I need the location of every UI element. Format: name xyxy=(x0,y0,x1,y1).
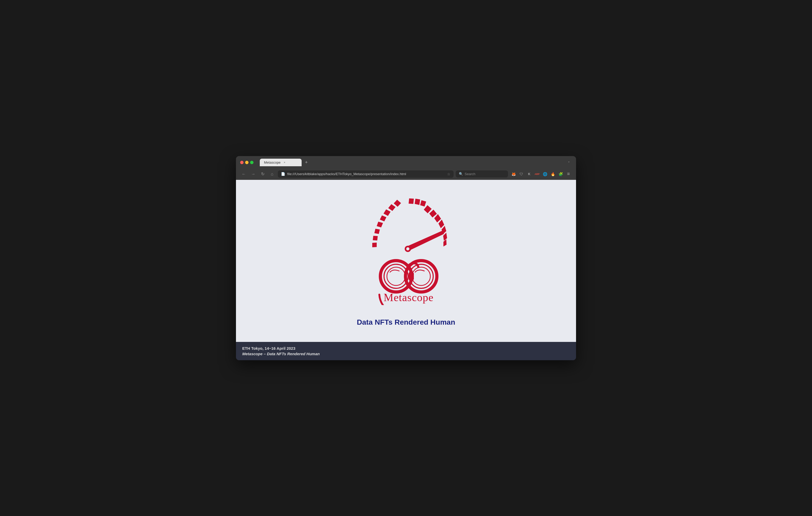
tabs-expand-button[interactable]: ˅ xyxy=(566,160,572,166)
footer-subtitle: Metascope – Data NFTs Rendered Human xyxy=(242,352,570,356)
flame-icon[interactable]: 🔥 xyxy=(549,171,556,178)
traffic-lights xyxy=(240,161,254,164)
globe-icon[interactable]: 🌐 xyxy=(542,171,548,178)
address-bar[interactable]: 📄 file:///Users/kitblake/apps/hacks/ETHT… xyxy=(278,171,454,178)
k-icon[interactable]: K xyxy=(526,171,532,178)
search-bar[interactable]: 🔍 Search xyxy=(456,171,508,178)
forward-button[interactable]: → xyxy=(250,171,257,178)
footer-event: ETH Tokyo, 14~16 April 2023 xyxy=(242,346,570,351)
footer-bar: ETH Tokyo, 14~16 April 2023 Metascope – … xyxy=(236,342,576,360)
tab-bar: Metascope × + ˅ xyxy=(260,159,572,166)
browser-extensions: 🦊 🛡 K ABP 🌐 🔥 🧩 ≡ xyxy=(510,171,572,178)
svg-marker-0 xyxy=(407,231,444,251)
firefox-icon[interactable]: 🦊 xyxy=(510,171,517,178)
browser-window: Metascope × + ˅ ← → ↻ ⌂ 📄 file:///Users/… xyxy=(236,156,576,360)
content-area: Metascope Data NFTs Rendered Human xyxy=(236,180,576,342)
back-button[interactable]: ← xyxy=(240,171,248,178)
tagline: Data NFTs Rendered Human xyxy=(357,318,455,327)
refresh-button[interactable]: ↻ xyxy=(259,171,266,178)
title-bar: Metascope × + ˅ xyxy=(236,156,576,168)
minimize-button[interactable] xyxy=(245,161,249,164)
url-text: file:///Users/kitblake/apps/hacks/ETHTok… xyxy=(287,172,445,176)
extension-icon[interactable]: 🧩 xyxy=(557,171,564,178)
tab-title: Metascope xyxy=(264,160,281,164)
menu-icon[interactable]: ≡ xyxy=(565,171,572,178)
new-tab-button[interactable]: + xyxy=(303,159,310,166)
active-tab[interactable]: Metascope × xyxy=(260,159,301,166)
bookmark-icon[interactable]: ☆ xyxy=(447,172,451,176)
svg-point-2 xyxy=(406,247,409,250)
tab-close-button[interactable]: × xyxy=(283,160,286,164)
search-placeholder: Search xyxy=(465,172,475,176)
search-icon: 🔍 xyxy=(459,172,463,176)
abp-icon[interactable]: ABP xyxy=(534,171,541,178)
maximize-button[interactable] xyxy=(250,161,254,164)
svg-rect-9 xyxy=(409,273,414,280)
metascope-logo: Metascope xyxy=(359,195,453,305)
home-button[interactable]: ⌂ xyxy=(268,171,276,178)
logo-container: Metascope xyxy=(359,195,453,305)
close-button[interactable] xyxy=(240,161,243,164)
toolbar: ← → ↻ ⌂ 📄 file:///Users/kitblake/apps/ha… xyxy=(236,168,576,180)
svg-text:Metascope: Metascope xyxy=(384,292,434,303)
lock-icon: 📄 xyxy=(281,172,285,176)
pocket-icon[interactable]: 🛡 xyxy=(518,171,525,178)
